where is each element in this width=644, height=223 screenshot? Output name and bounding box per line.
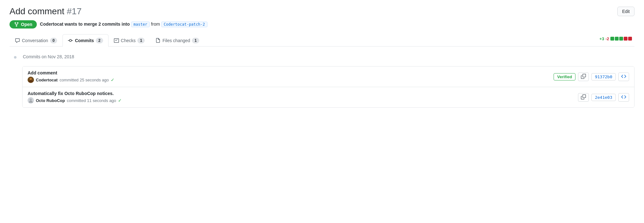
base-branch-badge[interactable]: master bbox=[131, 22, 150, 27]
open-badge-label: Open bbox=[21, 22, 32, 27]
commit-author-1: Codertocat bbox=[36, 78, 58, 82]
commit-message-1: Add comment bbox=[28, 70, 115, 75]
commit-message-2: Automatically fix Octo RuboCop notices. bbox=[28, 91, 122, 96]
browse-code-icon-2 bbox=[621, 94, 626, 99]
commit-right-2: 2e41e03 bbox=[578, 93, 629, 102]
pr-title: Add comment #17 bbox=[10, 6, 82, 16]
avatar bbox=[28, 97, 34, 104]
verified-badge[interactable]: Verified bbox=[554, 73, 575, 80]
timeline-dot-icon bbox=[13, 55, 18, 61]
pr-title-text: Add comment bbox=[10, 6, 64, 16]
commit-meta-1: Codertocat committed 25 seconds ago ✓ bbox=[28, 77, 115, 83]
tab-commits-label: Commits bbox=[75, 38, 94, 43]
commit-right-1: Verified 91372b0 bbox=[554, 73, 629, 81]
open-badge: Open bbox=[10, 20, 37, 29]
svg-point-4 bbox=[31, 79, 32, 80]
git-merge-icon bbox=[14, 22, 19, 27]
tab-commits-count: 2 bbox=[96, 38, 103, 43]
status-desc-text: Codertocat wants to merge 2 commits into bbox=[40, 22, 130, 27]
browse-button-1[interactable] bbox=[618, 73, 629, 81]
head-branch-badge[interactable]: Codertocat-patch-2 bbox=[161, 22, 207, 27]
status-description: Codertocat wants to merge 2 commits into… bbox=[40, 22, 207, 27]
diff-block-5 bbox=[628, 37, 632, 41]
browse-code-icon bbox=[621, 74, 626, 79]
commit-left-2: Automatically fix Octo RuboCop notices. … bbox=[28, 91, 122, 104]
tab-checks-count: 1 bbox=[137, 38, 145, 43]
avatar bbox=[28, 77, 34, 83]
table-row: Add comment Codertocat committed 25 seco… bbox=[23, 67, 634, 87]
avatar-octo-img bbox=[28, 97, 34, 104]
tab-conversation[interactable]: Conversation 0 bbox=[10, 34, 62, 47]
copy-hash-button-2[interactable] bbox=[578, 93, 589, 102]
commits-icon bbox=[68, 38, 73, 43]
svg-point-0 bbox=[14, 56, 16, 59]
status-row: Open Codertocat wants to merge 2 commits… bbox=[10, 20, 634, 29]
tab-files-changed-label: Files changed bbox=[162, 38, 190, 43]
files-changed-icon bbox=[155, 38, 161, 43]
commit-hash-button-1[interactable]: 91372b0 bbox=[591, 73, 616, 80]
pr-header: Add comment #17 Edit bbox=[10, 6, 634, 16]
commit-time-1: committed 25 seconds ago bbox=[60, 78, 109, 82]
diff-block-4 bbox=[624, 37, 628, 41]
timeline-section: Commits on Nov 28, 2018 bbox=[10, 54, 634, 61]
tab-conversation-count: 0 bbox=[50, 38, 57, 43]
browse-button-2[interactable] bbox=[618, 93, 629, 102]
tab-files-changed[interactable]: Files changed 1 bbox=[150, 34, 205, 47]
diff-stats: +3 -2 bbox=[597, 36, 634, 44]
avatar-codertocat-img bbox=[28, 77, 34, 83]
conversation-icon bbox=[15, 38, 20, 43]
table-row: Automatically fix Octo RuboCop notices. … bbox=[23, 87, 634, 107]
diff-additions: +3 bbox=[600, 36, 604, 41]
commit-meta-2: Octo RuboCop committed 11 seconds ago ✓ bbox=[28, 97, 122, 104]
commit-hash-button-2[interactable]: 2e41e03 bbox=[591, 94, 616, 101]
tabs-bar: Conversation 0 Commits 2 Checks 1 Files … bbox=[10, 34, 634, 47]
checks-icon bbox=[114, 38, 119, 43]
tab-checks-label: Checks bbox=[121, 38, 136, 43]
check-icon-2: ✓ bbox=[118, 98, 122, 103]
tab-files-changed-count: 1 bbox=[192, 38, 199, 43]
commit-author-2: Octo RuboCop bbox=[36, 98, 65, 103]
tab-conversation-label: Conversation bbox=[22, 38, 48, 43]
commit-left-1: Add comment Codertocat committed 25 seco… bbox=[28, 70, 115, 83]
commit-dot-icon bbox=[13, 55, 18, 60]
diff-blocks bbox=[610, 37, 632, 41]
diff-deletions: -2 bbox=[605, 36, 609, 41]
diff-block-2 bbox=[615, 37, 619, 41]
svg-point-6 bbox=[30, 99, 32, 101]
check-icon-1: ✓ bbox=[111, 77, 115, 82]
edit-button[interactable]: Edit bbox=[617, 7, 634, 16]
copy-hash-button-1[interactable] bbox=[578, 73, 589, 81]
commit-time-2: committed 11 seconds ago bbox=[67, 98, 116, 103]
tab-checks[interactable]: Checks 1 bbox=[108, 34, 150, 47]
pr-number: #17 bbox=[67, 6, 82, 16]
copy-icon bbox=[581, 74, 586, 79]
diff-block-1 bbox=[610, 37, 614, 41]
svg-point-3 bbox=[30, 79, 30, 80]
commits-date-label: Commits on Nov 28, 2018 bbox=[23, 54, 74, 59]
copy-icon-2 bbox=[581, 94, 586, 99]
diff-block-3 bbox=[619, 37, 623, 41]
commits-list: Add comment Codertocat committed 25 seco… bbox=[22, 66, 634, 108]
tab-commits[interactable]: Commits 2 bbox=[62, 34, 108, 47]
